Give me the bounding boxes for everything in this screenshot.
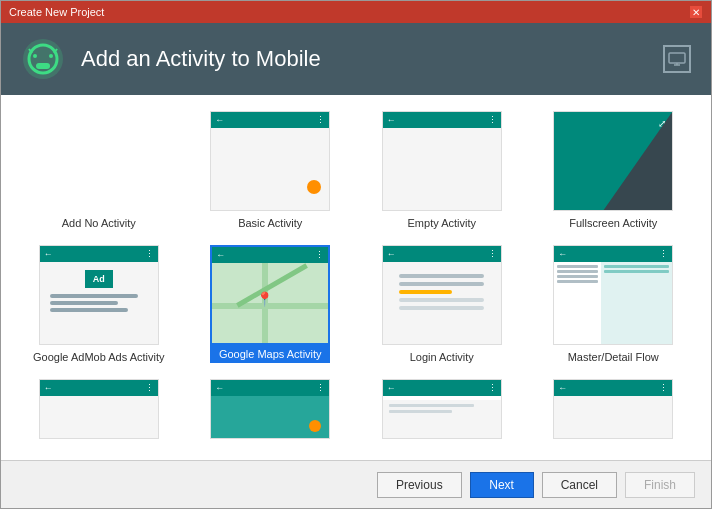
admob-thumb-header: ← ⋮ — [40, 246, 158, 262]
activity-item-fullscreen[interactable]: ⤢ Fullscreen Activity — [536, 111, 692, 229]
back-arrow-icon: ← — [558, 383, 567, 393]
partial-thumb-4: ← ⋮ — [553, 379, 673, 439]
activity-item-partial-2[interactable]: ← ⋮ — [193, 379, 349, 439]
map-pin-icon: 📍 — [256, 291, 273, 307]
partial-body-1 — [40, 396, 158, 438]
master-thumb-body — [554, 262, 672, 344]
partial-thumb-1: ← ⋮ — [39, 379, 159, 439]
master-detail-pane — [601, 262, 672, 344]
master-line — [604, 265, 669, 268]
cancel-button[interactable]: Cancel — [542, 472, 617, 498]
empty-activity-label: Empty Activity — [408, 217, 476, 229]
activity-item-basic[interactable]: ← ⋮ Basic Activity — [193, 111, 349, 229]
dots-icon: ⋮ — [488, 249, 497, 259]
partial-body-4 — [554, 396, 672, 438]
footer: Previous Next Cancel Finish — [1, 460, 711, 508]
empty-thumb-header: ← ⋮ — [383, 112, 501, 128]
master-thumb-header: ← ⋮ — [554, 246, 672, 262]
maps-thumb-header: ← ⋮ — [212, 247, 328, 263]
back-arrow-icon: ← — [44, 249, 53, 259]
back-arrow-icon: ← — [387, 383, 396, 393]
ad-box: Ad — [85, 270, 113, 288]
basic-activity-label: Basic Activity — [238, 217, 302, 229]
dots-icon: ⋮ — [145, 249, 154, 259]
fullscreen-activity-thumb: ⤢ — [553, 111, 673, 211]
login-field — [399, 306, 484, 310]
svg-point-2 — [33, 54, 37, 58]
master-line — [557, 275, 598, 278]
back-arrow-icon: ← — [558, 249, 567, 259]
maps-activity-thumb: ← ⋮ 📍 — [210, 245, 330, 345]
close-button[interactable]: ✕ — [689, 5, 703, 19]
dots-icon: ⋮ — [488, 115, 497, 125]
svg-rect-6 — [36, 63, 50, 69]
dots-icon: ⋮ — [316, 115, 325, 125]
login-activity-thumb: ← ⋮ — [382, 245, 502, 345]
master-detail-thumb: ← ⋮ — [553, 245, 673, 345]
back-arrow-icon: ← — [44, 383, 53, 393]
partial-lines — [383, 400, 501, 438]
partial-teal-body — [211, 396, 329, 438]
fullscreen-thumb-body: ⤢ — [554, 112, 672, 210]
map-area: 📍 — [212, 263, 328, 343]
activity-item-empty[interactable]: ← ⋮ Empty Activity — [364, 111, 520, 229]
admob-lines — [44, 292, 154, 314]
master-line — [557, 280, 598, 283]
back-arrow-icon: ← — [216, 250, 225, 260]
admob-line — [50, 301, 119, 305]
activity-grid: Add No Activity ← ⋮ Basic Activity ← ⋮ — [21, 111, 691, 439]
partial-thumb-header: ← ⋮ — [383, 380, 501, 396]
admob-thumb-body: Ad — [40, 262, 158, 344]
back-arrow-icon: ← — [215, 383, 224, 393]
basic-activity-thumb: ← ⋮ — [210, 111, 330, 211]
svg-rect-7 — [669, 53, 685, 63]
empty-activity-thumb: ← ⋮ — [382, 111, 502, 211]
login-line — [399, 274, 484, 278]
content-area: Add No Activity ← ⋮ Basic Activity ← ⋮ — [1, 95, 711, 460]
dots-icon: ⋮ — [659, 383, 668, 393]
master-detail-label: Master/Detail Flow — [568, 351, 659, 363]
dots-icon: ⋮ — [145, 383, 154, 393]
activity-item-partial-1[interactable]: ← ⋮ — [21, 379, 177, 439]
activity-item-maps[interactable]: ← ⋮ 📍 Google Maps Activity — [193, 245, 349, 363]
master-line — [557, 265, 598, 268]
activity-item-no-activity[interactable]: Add No Activity — [21, 111, 177, 229]
back-arrow-icon: ← — [387, 249, 396, 259]
back-arrow-icon: ← — [215, 115, 224, 125]
activity-item-partial-3[interactable]: ← ⋮ — [364, 379, 520, 439]
empty-thumb-body — [383, 128, 501, 210]
expand-icon: ⤢ — [658, 118, 666, 129]
dots-icon: ⋮ — [659, 249, 668, 259]
header: Add an Activity to Mobile — [1, 23, 711, 95]
next-button[interactable]: Next — [470, 472, 534, 498]
activity-item-master-detail[interactable]: ← ⋮ Master/Detail Flow — [536, 245, 692, 363]
activity-item-login[interactable]: ← ⋮ Login Activity — [364, 245, 520, 363]
activity-item-partial-4[interactable]: ← ⋮ — [536, 379, 692, 439]
no-activity-label: Add No Activity — [62, 217, 136, 229]
admob-line — [50, 308, 128, 312]
back-arrow-icon: ← — [387, 115, 396, 125]
login-field — [399, 298, 484, 302]
master-list — [554, 262, 601, 344]
partial-thumb-header: ← ⋮ — [211, 380, 329, 396]
maps-thumb-body: 📍 — [212, 263, 328, 343]
finish-button[interactable]: Finish — [625, 472, 695, 498]
activity-item-admob[interactable]: ← ⋮ Ad Google AdMob Ads Activity — [21, 245, 177, 363]
monitor-icon — [663, 45, 691, 73]
partial-thumb-3: ← ⋮ — [382, 379, 502, 439]
login-thumb-body — [383, 262, 501, 344]
admob-line — [50, 294, 138, 298]
dots-icon: ⋮ — [488, 383, 497, 393]
android-studio-logo — [21, 37, 65, 81]
login-activity-label: Login Activity — [410, 351, 474, 363]
header-title: Add an Activity to Mobile — [81, 46, 321, 72]
window-title: Create New Project — [9, 6, 104, 18]
partial-thumb-header: ← ⋮ — [554, 380, 672, 396]
admob-activity-thumb: ← ⋮ Ad — [39, 245, 159, 345]
dots-icon: ⋮ — [315, 250, 324, 260]
basic-thumb-header: ← ⋮ — [211, 112, 329, 128]
previous-button[interactable]: Previous — [377, 472, 462, 498]
login-line-short — [399, 290, 452, 294]
basic-thumb-body — [211, 128, 329, 210]
svg-point-3 — [49, 54, 53, 58]
